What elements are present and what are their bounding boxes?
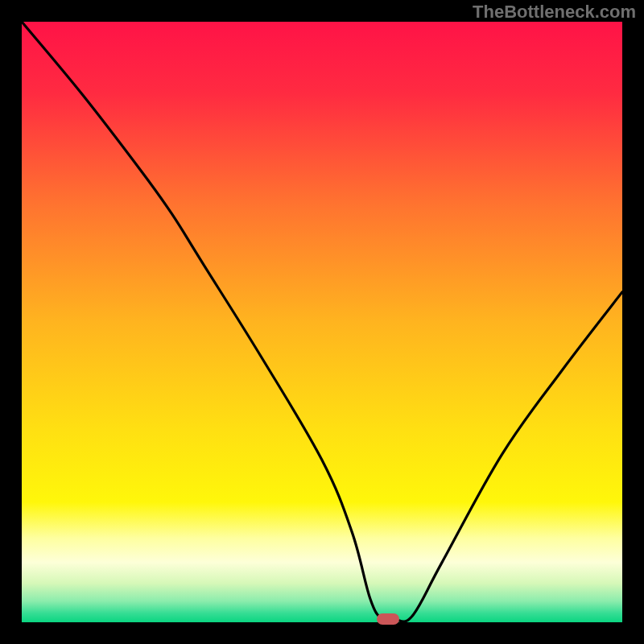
watermark-text: TheBottleneck.com: [473, 2, 636, 23]
plot-area: [22, 22, 622, 622]
bottleneck-curve: [22, 22, 622, 622]
chart-container: TheBottleneck.com: [0, 0, 644, 644]
bottleneck-marker: [377, 613, 399, 625]
